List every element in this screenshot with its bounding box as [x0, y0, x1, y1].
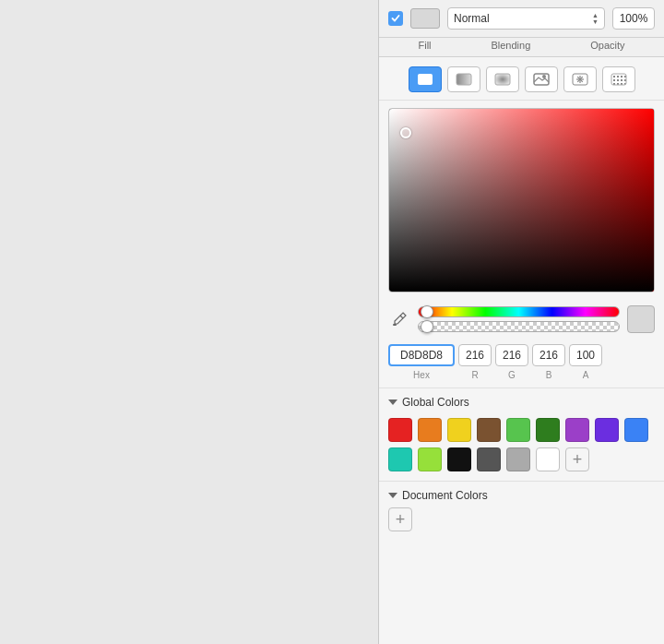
swatch-lime[interactable] — [418, 447, 442, 471]
global-colors-header: Global Colors — [379, 388, 664, 414]
color-type-image[interactable] — [525, 66, 558, 92]
a-label: A — [569, 370, 602, 380]
svg-rect-1 — [456, 74, 471, 85]
sliders-row — [379, 300, 664, 339]
svg-line-12 — [400, 316, 403, 318]
blending-stepper[interactable]: ▲ ▼ — [592, 12, 599, 25]
hex-label: Hex — [388, 370, 455, 380]
svg-rect-0 — [418, 74, 433, 85]
svg-rect-2 — [495, 74, 510, 85]
hue-slider[interactable] — [418, 306, 620, 317]
swatch-light-green[interactable] — [506, 418, 530, 442]
opacity-field[interactable]: 100% — [612, 7, 655, 30]
blending-label: Blending — [491, 40, 530, 51]
current-color-swatch — [627, 305, 655, 333]
color-picker-canvas[interactable] — [388, 108, 655, 292]
blending-value: Normal — [454, 12, 490, 25]
stepper-down-icon: ▼ — [592, 18, 599, 25]
global-colors-title: Global Colors — [402, 396, 469, 409]
a-input[interactable]: 100 — [569, 344, 602, 366]
fill-label: Fill — [418, 40, 431, 51]
values-row: D8D8D8 216 216 216 100 — [379, 339, 664, 368]
color-panel: Normal ▲ ▼ 100% Fill Blending Opacity — [378, 0, 664, 644]
swatch-blue[interactable] — [624, 418, 648, 442]
blending-dropdown[interactable]: Normal ▲ ▼ — [447, 7, 605, 30]
r-label: R — [458, 370, 492, 380]
document-colors-title: Document Colors — [402, 489, 488, 502]
swatch-black[interactable] — [447, 447, 471, 471]
svg-rect-11 — [611, 74, 626, 85]
picker-handle[interactable] — [400, 127, 411, 138]
swatch-light-gray[interactable] — [506, 447, 530, 471]
add-document-color-button[interactable]: + — [388, 507, 412, 531]
add-global-color-button[interactable]: + — [565, 447, 589, 471]
document-colors-collapse-icon[interactable] — [388, 493, 397, 498]
swatch-purple[interactable] — [565, 418, 589, 442]
b-input[interactable]: 216 — [532, 344, 565, 366]
b-label: B — [532, 370, 565, 380]
values-labels-row: Hex R G B A — [379, 368, 664, 388]
g-input[interactable]: 216 — [495, 344, 528, 366]
swatch-dark-green[interactable] — [536, 418, 560, 442]
swatch-yellow[interactable] — [447, 418, 471, 442]
swatch-red[interactable] — [388, 418, 412, 442]
fill-color-preview[interactable] — [410, 8, 440, 29]
hex-input[interactable]: D8D8D8 — [388, 344, 455, 366]
color-type-pattern2[interactable] — [602, 66, 635, 92]
svg-point-4 — [542, 75, 546, 78]
opacity-label: Opacity — [590, 40, 624, 51]
opacity-slider[interactable] — [418, 321, 620, 332]
swatch-brown[interactable] — [477, 418, 501, 442]
document-colors-header: Document Colors — [379, 481, 664, 507]
swatch-white[interactable] — [536, 447, 560, 471]
hue-thumb[interactable] — [421, 305, 433, 318]
sliders-group — [418, 306, 620, 332]
g-label: G — [495, 370, 528, 380]
color-type-pattern1[interactable] — [563, 66, 597, 92]
global-colors-collapse-icon[interactable] — [388, 400, 397, 405]
opacity-thumb[interactable] — [421, 320, 433, 333]
color-type-linear[interactable] — [447, 66, 480, 92]
swatch-dark-gray[interactable] — [477, 447, 501, 471]
eyedropper-button[interactable] — [388, 308, 410, 330]
r-input[interactable]: 216 — [458, 344, 492, 366]
global-colors-swatches: + — [379, 414, 664, 481]
color-type-radial[interactable] — [486, 66, 519, 92]
fill-checkbox[interactable] — [388, 11, 403, 26]
color-type-solid[interactable] — [409, 66, 442, 92]
swatch-orange[interactable] — [418, 418, 442, 442]
svg-rect-13 — [393, 324, 397, 326]
stepper-up-icon: ▲ — [592, 12, 599, 18]
top-bar: Normal ▲ ▼ 100% — [379, 0, 664, 38]
labels-row: Fill Blending Opacity — [379, 38, 664, 57]
color-type-row — [379, 57, 664, 101]
swatch-teal[interactable] — [388, 447, 412, 471]
swatch-violet[interactable] — [595, 418, 619, 442]
